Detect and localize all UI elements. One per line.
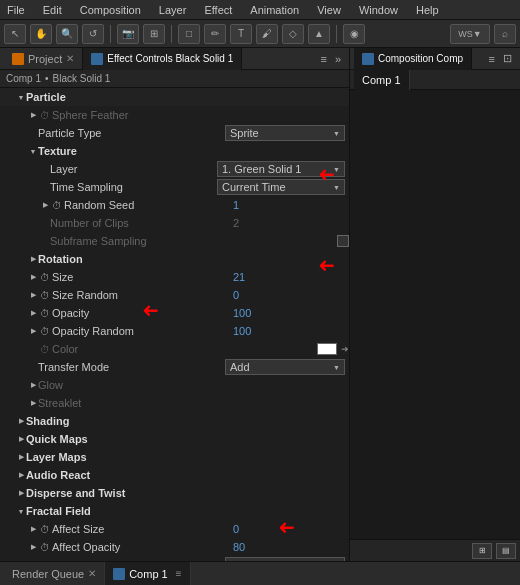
opacity-random-stopwatch[interactable]: ⏱ (38, 324, 52, 338)
tool-rotate[interactable]: ↺ (82, 24, 104, 44)
opacity-random-triangle (28, 326, 38, 336)
fractal-field-label: Fractal Field (26, 505, 349, 517)
prop-streaklet[interactable]: Streaklet (0, 394, 349, 412)
random-seed-stopwatch[interactable]: ⏱ (50, 198, 64, 212)
menubar: File Edit Composition Layer Effect Anima… (0, 0, 520, 20)
texture-label: Texture (38, 145, 349, 157)
size-random-stopwatch[interactable]: ⏱ (38, 288, 52, 302)
opacity-stopwatch[interactable]: ⏱ (38, 306, 52, 320)
sphere-feather-stopwatch[interactable]: ⏱ (38, 108, 52, 122)
affect-size-value[interactable]: 0 (229, 523, 349, 535)
menu-effect[interactable]: Effect (201, 4, 235, 16)
tool-paint[interactable]: 🖌 (256, 24, 278, 44)
tool-shape[interactable]: □ (178, 24, 200, 44)
tool-hand[interactable]: ✋ (30, 24, 52, 44)
workspace-btn[interactable]: WS▼ (450, 24, 490, 44)
breadcrumb-comp[interactable]: Comp 1 (6, 73, 41, 84)
render-queue-close[interactable]: ✕ (88, 568, 96, 579)
right-panel-expand[interactable]: ⊡ (499, 52, 516, 65)
opacity-value[interactable]: 100 (229, 307, 349, 319)
displacement-mode-dropdown[interactable]: XYZ Linked (225, 557, 345, 561)
tool-camera[interactable]: 📷 (117, 24, 139, 44)
panel-menu-button[interactable]: ≡ (316, 53, 330, 65)
comp-viewport (350, 90, 520, 539)
tool-eraser[interactable]: ◇ (282, 24, 304, 44)
comp1-bottom-menu[interactable]: ≡ (176, 568, 182, 579)
panel-expand-button[interactable]: » (331, 53, 345, 65)
size-value[interactable]: 21 (229, 271, 349, 283)
layer-maps-label: Layer Maps (26, 451, 349, 463)
tool-text[interactable]: T (230, 24, 252, 44)
color-swatch-container[interactable]: ➜ (317, 343, 349, 355)
section-fractal-field[interactable]: Fractal Field (0, 502, 349, 520)
menu-view[interactable]: View (314, 4, 344, 16)
size-random-name: Size Random (52, 289, 229, 301)
menu-window[interactable]: Window (356, 4, 401, 16)
streaklet-triangle (28, 398, 38, 408)
breadcrumb-layer[interactable]: Black Solid 1 (53, 73, 111, 84)
section-rotation[interactable]: Rotation (0, 250, 349, 268)
sphere-feather-name: Sphere Feather (52, 109, 349, 121)
section-quick-maps[interactable]: Quick Maps (0, 430, 349, 448)
opacity-name: Opacity (52, 307, 229, 319)
tab-render-queue[interactable]: Render Queue ✕ (4, 562, 105, 586)
prop-size-random: ⏱ Size Random 0 (0, 286, 349, 304)
comp-tab-bar: Comp 1 (350, 70, 520, 90)
size-name: Size (52, 271, 229, 283)
tab-effect-controls[interactable]: Effect Controls Black Solid 1 (83, 48, 242, 70)
menu-file[interactable]: File (4, 4, 28, 16)
comp-tab-label: Composition Comp (378, 53, 463, 64)
color-swatch[interactable] (317, 343, 337, 355)
panel-layout-btn[interactable]: ▤ (496, 543, 516, 559)
search-btn[interactable]: ⌕ (494, 24, 516, 44)
prop-sphere-feather[interactable]: ⏱ Sphere Feather (0, 106, 349, 124)
menu-animation[interactable]: Animation (247, 4, 302, 16)
opacity-random-name: Opacity Random (52, 325, 229, 337)
tab-project[interactable]: Project ✕ (4, 48, 83, 70)
menu-edit[interactable]: Edit (40, 4, 65, 16)
random-seed-value[interactable]: 1 (229, 199, 349, 211)
right-panel-menu[interactable]: ≡ (485, 53, 499, 65)
tool-zoom[interactable]: 🔍 (56, 24, 78, 44)
affect-size-stopwatch[interactable]: ⏱ (38, 522, 52, 536)
layer-maps-triangle (16, 452, 26, 462)
layer-dropdown[interactable]: 1. Green Solid 1 (217, 161, 345, 177)
random-seed-triangle (40, 200, 50, 210)
particle-type-dropdown[interactable]: Sprite (225, 125, 345, 141)
affect-opacity-value[interactable]: 80 (229, 541, 349, 553)
prop-glow[interactable]: Glow (0, 376, 349, 394)
size-triangle (28, 272, 38, 282)
particle-type-name: Particle Type (38, 127, 225, 139)
section-disperse-twist[interactable]: Disperse and Twist (0, 484, 349, 502)
tab-comp1-bottom[interactable]: Comp 1 ≡ (105, 562, 190, 586)
panel-grid-btn[interactable]: ⊞ (472, 543, 492, 559)
subframe-sampling-checkbox[interactable] (337, 235, 349, 247)
size-stopwatch[interactable]: ⏱ (38, 270, 52, 284)
section-shading[interactable]: Shading (0, 412, 349, 430)
section-audio-react[interactable]: Audio React (0, 466, 349, 484)
tool-stamp[interactable]: ▲ (308, 24, 330, 44)
section-texture[interactable]: Texture (0, 142, 349, 160)
color-stopwatch[interactable]: ⏱ (38, 342, 52, 356)
toolbar: ↖ ✋ 🔍 ↺ 📷 ⊞ □ ✏ T 🖌 ◇ ▲ ◉ WS▼ ⌕ (0, 20, 520, 48)
section-particle[interactable]: Particle (0, 88, 349, 106)
prop-random-seed: ⏱ Random Seed 1 (0, 196, 349, 214)
tool-puppet[interactable]: ◉ (343, 24, 365, 44)
menu-help[interactable]: Help (413, 4, 442, 16)
comp1-bottom-label: Comp 1 (129, 568, 168, 580)
tool-pen[interactable]: ✏ (204, 24, 226, 44)
tab-composition[interactable]: Composition Comp (354, 48, 472, 70)
opacity-random-value[interactable]: 100 (229, 325, 349, 337)
tool-track[interactable]: ⊞ (143, 24, 165, 44)
transfer-mode-dropdown[interactable]: Add (225, 359, 345, 375)
menu-composition[interactable]: Composition (77, 4, 144, 16)
right-panel: Composition Comp ≡ ⊡ Comp 1 ⊞ ▤ (350, 48, 520, 561)
affect-opacity-stopwatch[interactable]: ⏱ (38, 540, 52, 554)
tab-project-close[interactable]: ✕ (66, 53, 74, 64)
comp-tab-comp1[interactable]: Comp 1 (354, 70, 410, 90)
tool-select[interactable]: ↖ (4, 24, 26, 44)
size-random-value[interactable]: 0 (229, 289, 349, 301)
menu-layer[interactable]: Layer (156, 4, 190, 16)
time-sampling-dropdown[interactable]: Current Time (217, 179, 345, 195)
section-layer-maps[interactable]: Layer Maps (0, 448, 349, 466)
